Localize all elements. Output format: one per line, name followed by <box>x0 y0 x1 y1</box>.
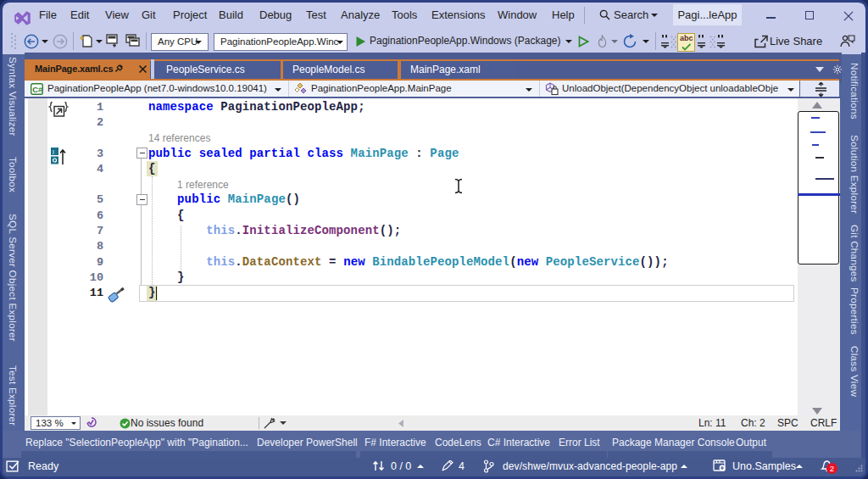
svg-text:C#: C# <box>32 85 43 94</box>
svg-text:I: I <box>53 149 54 155</box>
